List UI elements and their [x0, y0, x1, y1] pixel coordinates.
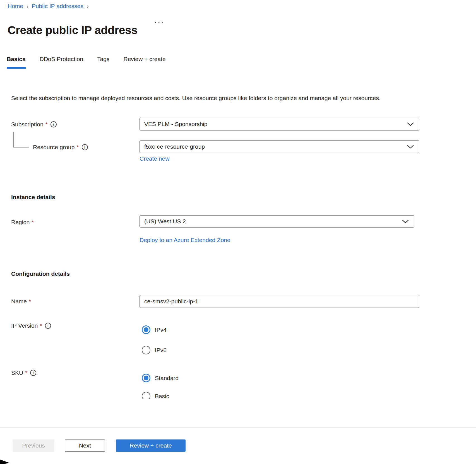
page-title: Create public IP address — [8, 24, 138, 37]
breadcrumb-separator-icon: › — [87, 3, 89, 9]
subscription-select[interactable]: VES PLM - Sponsorship — [140, 118, 419, 130]
breadcrumb-home-link[interactable]: Home — [8, 3, 23, 9]
ipv4-radio-label[interactable]: IPv4 — [155, 327, 167, 333]
ipv4-radio[interactable] — [142, 325, 150, 334]
info-icon[interactable]: i — [51, 121, 57, 127]
region-label: Region * — [11, 219, 34, 226]
ip-version-label-text: IP Version — [11, 322, 38, 329]
sku-standard-radio[interactable] — [142, 374, 150, 382]
breadcrumb: Home › Public IP addresses › — [8, 3, 89, 9]
info-icon[interactable]: i — [45, 323, 51, 329]
tab-review-create[interactable]: Review + create — [123, 56, 165, 69]
required-marker: * — [32, 219, 34, 226]
create-public-ip-page: { "ui": { "breadcrumb_separator": "›", "… — [0, 0, 476, 464]
next-button[interactable]: Next — [65, 439, 105, 452]
ip-version-label: IP Version * i — [11, 322, 51, 329]
ipv6-radio-label[interactable]: IPv6 — [155, 347, 167, 354]
required-marker: * — [25, 369, 27, 376]
resource-group-select[interactable]: f5xc-ce-resource-group — [140, 140, 419, 153]
required-marker: * — [76, 144, 79, 151]
info-icon[interactable]: i — [30, 370, 36, 376]
region-value: (US) West US 2 — [144, 218, 186, 225]
more-menu-icon[interactable]: ··· — [154, 18, 164, 26]
subscription-value: VES PLM - Sponsorship — [144, 121, 207, 127]
previous-button[interactable]: Previous — [13, 439, 54, 452]
breadcrumb-separator-icon: › — [27, 3, 28, 9]
mouse-cursor — [0, 459, 10, 464]
sku-basic-radio[interactable] — [142, 392, 150, 399]
name-input[interactable] — [140, 295, 419, 308]
sku-basic-radio-label[interactable]: Basic — [155, 393, 169, 399]
required-marker: * — [40, 322, 42, 329]
chevron-down-icon — [407, 145, 414, 149]
resource-group-label-text: Resource group — [33, 144, 74, 151]
region-select[interactable]: (US) West US 2 — [140, 215, 414, 228]
subscription-label-text: Subscription — [11, 121, 44, 128]
subscription-label: Subscription * i — [11, 121, 57, 128]
required-marker: * — [29, 298, 31, 305]
instance-details-heading: Instance details — [11, 194, 55, 200]
hierarchy-connector — [13, 147, 29, 148]
breadcrumb-public-ip-link[interactable]: Public IP addresses — [32, 3, 83, 9]
footer-action-bar: Previous Next Review + create — [0, 428, 476, 464]
chevron-down-icon — [402, 219, 409, 223]
hierarchy-connector — [13, 132, 14, 148]
resource-group-value: f5xc-ce-resource-group — [144, 143, 205, 150]
info-icon[interactable]: i — [82, 144, 88, 150]
required-marker: * — [45, 121, 48, 128]
region-label-text: Region — [11, 219, 30, 226]
form-scroll-area: Home › Public IP addresses › Create publ… — [0, 0, 476, 399]
deploy-extended-zone-link[interactable]: Deploy to an Azure Extended Zone — [140, 237, 230, 243]
create-new-link[interactable]: Create new — [140, 155, 169, 162]
review-create-button[interactable]: Review + create — [116, 439, 186, 452]
resource-group-label: Resource group * i — [33, 144, 88, 151]
sku-label-text: SKU — [11, 369, 23, 376]
tab-ddos-protection[interactable]: DDoS Protection — [40, 56, 83, 69]
name-label-text: Name — [11, 298, 27, 305]
ipv6-radio[interactable] — [142, 346, 150, 354]
sku-standard-radio-label[interactable]: Standard — [155, 375, 179, 381]
intro-text: Select the subscription to manage deploy… — [11, 93, 384, 103]
sku-label: SKU * i — [11, 369, 36, 376]
tab-bar: Basics DDoS Protection Tags Review + cre… — [7, 56, 166, 69]
tab-tags[interactable]: Tags — [97, 56, 109, 69]
configuration-details-heading: Configuration details — [11, 270, 70, 277]
name-label: Name * — [11, 298, 31, 305]
tab-basics[interactable]: Basics — [7, 56, 26, 69]
chevron-down-icon — [407, 122, 414, 126]
